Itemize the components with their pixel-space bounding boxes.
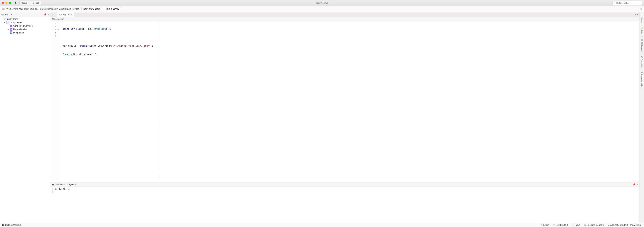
target-icon [30,2,32,4]
output-icon: ▤ [553,224,555,226]
properties-panel-button[interactable]: 🔧Properties [640,55,643,68]
tab-overflow-button[interactable]: ⋯ [634,13,636,16]
search-icon [614,2,616,4]
take-survey-button[interactable]: Take a survey [104,7,121,11]
package-console-panel-button[interactable]: ▣Package Console [582,224,605,226]
close-tab-button[interactable]: × [59,13,60,16]
main-area: Solution 📌 ▾ ▼ ◧ proxyDemo ▼ C# proxyDem… [0,12,644,223]
dependencies-node[interactable]: ▶ ▦ Dependencies [0,28,50,31]
line-number: 1 [50,22,56,25]
breadcrumb-label: No selection [52,18,64,20]
editor-area: ‹ › × Program.cs ⋯ ▾ No selection 1 2 3 … [50,12,640,223]
disclosure-triangle-icon[interactable]: ▼ [1,18,3,20]
notification-message: We'd love to hear about your .NET Core e… [6,8,80,10]
tab-label: Program.cs [61,13,72,16]
code-editor[interactable]: 1 2 3 ◎ 4 5 using var client = new HttpC… [50,22,640,182]
solution-panel-title: Solution [5,13,12,16]
line-gutter: 1 2 3 ◎ 4 5 [50,22,59,182]
solution-panel-icon [2,14,4,16]
config-label: Debug [22,2,27,4]
tab-overflow: ⋯ ▾ [632,12,640,17]
svg-line-1 [615,3,616,4]
svg-point-0 [614,2,615,4]
status-bar: Build successful. ⊘Errors ▤Build Output … [0,223,644,227]
line-number: 3 [50,28,56,31]
project-node[interactable]: ▼ C# proxyDemo [0,21,50,24]
panel-options-icon[interactable]: ▾ [48,13,49,16]
solution-root-node[interactable]: ▼ ◧ proxyDemo [0,17,50,21]
error-icon: ⊘ [540,224,542,226]
tasks-panel-button[interactable]: ✓Tasks [570,224,582,226]
close-window-button[interactable] [2,2,4,4]
connected-services-label: Connected Services [13,25,32,27]
right-tool-strip: TToolbox ⚡Tests ▢Git Changes 🔧Properties… [640,12,644,223]
project-label: proxyDemo [10,21,22,24]
document-outline-panel-button[interactable]: ▤Document Outline [640,70,643,90]
disclosure-triangle-icon[interactable]: ▼ [4,22,6,23]
dont-show-again-button[interactable]: Don't show again [82,7,102,11]
dependencies-label: Dependencies [13,28,27,31]
build-output-panel-button[interactable]: ▤Build Output [552,224,569,226]
toolbox-panel-button[interactable]: TToolbox [640,13,643,24]
errors-panel-button[interactable]: ⊘Errors [539,224,550,226]
line-number: 5 [50,34,56,37]
disclosure-triangle-icon[interactable]: ▶ [7,29,9,30]
editor-tab-strip: ‹ › × Program.cs ⋯ ▾ [50,12,640,17]
tests-panel-button[interactable]: ⚡Tests [640,26,643,35]
titlebar: Debug › Default proxyDemo [0,0,644,6]
close-notification-button[interactable]: × [640,8,642,11]
terminal-header: Terminal – proxyDemo 📌 ▾ [50,182,640,187]
pin-icon[interactable]: 📌 [633,183,636,186]
chevron-right-icon: › [28,2,29,4]
line-number: 2 [50,25,56,28]
editor-breadcrumb[interactable]: No selection [50,17,640,22]
project-icon: C# [6,21,9,24]
solution-root-label: proxyDemo [7,18,18,20]
line-number: 4 [50,31,56,34]
solution-icon: ◧ [4,18,6,20]
git-changes-panel-button[interactable]: ▢Git Changes [640,38,643,53]
terminal-cursor [52,190,53,193]
play-icon: ▶ [608,224,609,226]
svg-rect-4 [3,9,4,10]
notification-bar: We'd love to hear about your .NET Core e… [0,6,644,12]
program-cs-node[interactable]: C# Program.cs [0,31,50,34]
run-button[interactable] [14,2,17,4]
csharp-file-icon: C# [10,31,12,34]
tab-program-cs[interactable]: × Program.cs [57,12,74,17]
search-input[interactable] [616,2,641,4]
terminal-output-line: 119.73.121.163 [52,188,70,190]
terminal-body[interactable]: 119.73.121.163 [50,187,640,223]
panel-options-icon[interactable]: ▾ [637,183,638,186]
column-guide [159,22,159,182]
global-search[interactable] [612,1,642,5]
svg-rect-5 [2,14,4,15]
pin-icon[interactable]: 📌 [44,13,46,16]
target-label: Default [33,2,39,4]
build-status-label: Build successful. [5,224,21,226]
solution-panel: Solution 📌 ▾ ▼ ◧ proxyDemo ▼ C# proxyDem… [0,12,50,223]
tab-navigation: ‹ › [50,12,57,17]
solution-panel-header: Solution 📌 ▾ [0,12,50,17]
connected-services-node[interactable]: ⚭ Connected Services [0,24,50,28]
run-configuration-selector[interactable]: Debug › Default [20,1,41,5]
window-title: proxyDemo [316,2,328,4]
solution-tree[interactable]: ▼ ◧ proxyDemo ▼ C# proxyDemo ⚭ Connected… [0,17,50,223]
application-output-panel-button[interactable]: ▶Application Output - proxyDemo [606,224,642,226]
svg-rect-7 [52,184,54,185]
svg-point-3 [3,8,4,9]
lightbulb-hint-icon[interactable]: ◎ [57,28,58,30]
program-cs-label: Program.cs [13,32,24,34]
info-icon [2,8,5,10]
zoom-window-button[interactable] [9,2,11,4]
success-icon [2,224,4,226]
connected-services-icon: ⚭ [10,25,12,27]
terminal-panel: Terminal – proxyDemo 📌 ▾ 119.73.121.163 [50,182,640,223]
tab-dropdown-button[interactable]: ▾ [637,13,638,16]
dependencies-icon: ▦ [10,28,12,31]
minimize-window-button[interactable] [6,2,8,4]
nav-forward-button[interactable]: › [54,13,56,16]
svg-point-8 [2,224,4,226]
code-content[interactable]: using var client = new HttpClient(); var… [59,22,155,182]
nav-back-button[interactable]: ‹ [52,13,53,16]
